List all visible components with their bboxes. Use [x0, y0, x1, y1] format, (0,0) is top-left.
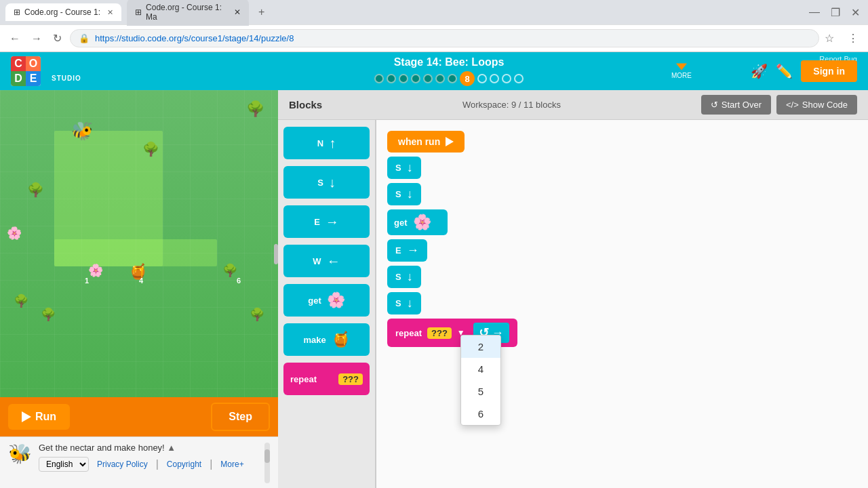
- rocket-icon-button[interactable]: 🚀: [751, 63, 768, 79]
- ws-block-repeat: repeat ??? ▼ ↺ → 2: [387, 316, 517, 347]
- ws-block-s3[interactable]: S ↓: [387, 263, 421, 288]
- resize-handle[interactable]: [274, 244, 278, 264]
- workspace-count: Workspace: 9 / 11 blocks: [462, 100, 561, 110]
- game-info: 🐝 Get the nectar and make honey! ▲ Engli…: [0, 436, 278, 488]
- progress-bar: 8: [374, 71, 524, 86]
- tree-5: 🌳: [14, 293, 28, 308]
- start-over-button[interactable]: ↺ Start Over: [701, 95, 771, 115]
- step-button[interactable]: Step: [211, 403, 270, 431]
- tree-3: 🌳: [27, 182, 44, 198]
- app-container: C O D E STUDIO Report Bug Stage 14: Bee:…: [0, 52, 868, 488]
- refresh-icon: ↺: [711, 100, 718, 110]
- block-south[interactable]: S ↓: [283, 166, 370, 199]
- dropdown-item-2[interactable]: 2: [461, 336, 500, 358]
- progress-dot-1: [374, 74, 384, 83]
- blocks-workspace: N ↑ S ↓ E → W ←: [278, 120, 868, 488]
- dropdown-item-5[interactable]: 5: [461, 380, 500, 403]
- panel-toolbar: Blocks Workspace: 9 / 11 blocks ↺ Start …: [278, 90, 868, 120]
- extension-button[interactable]: ⋮: [845, 29, 861, 47]
- logo-e: E: [26, 71, 41, 86]
- progress-dot-7: [448, 74, 457, 83]
- browser-tab-2[interactable]: ⊞ Code.org - Course 1: Ma ✕: [127, 0, 249, 26]
- privacy-link[interactable]: Privacy Policy: [97, 460, 148, 469]
- new-tab-button[interactable]: +: [254, 6, 269, 18]
- bookmark-button[interactable]: ☆: [825, 32, 834, 45]
- workspace-blocks: when run S ↓: [387, 131, 857, 347]
- blocks-palette: N ↑ S ↓ E → W ←: [278, 120, 376, 488]
- block-west[interactable]: W ←: [283, 245, 370, 277]
- bee-sprite: 🐝: [71, 121, 93, 142]
- tab-icon-1: ⊞: [14, 7, 20, 17]
- block-repeat[interactable]: repeat ???: [283, 363, 370, 395]
- copyright-link[interactable]: Copyright: [167, 460, 201, 469]
- workspace-area[interactable]: when run S ↓: [376, 120, 868, 488]
- message-expand-icon[interactable]: ▲: [167, 443, 176, 453]
- progress-dot-4: [411, 74, 420, 83]
- progress-dot-6: [435, 74, 445, 83]
- progress-dot-11: [502, 74, 511, 83]
- ws-block-s1[interactable]: S ↓: [387, 154, 421, 179]
- minimize-button[interactable]: —: [806, 3, 823, 21]
- progress-dot-5: [423, 74, 433, 83]
- logo-o: O: [26, 56, 41, 71]
- blocks-section-label: Blocks: [289, 99, 322, 110]
- tree-4: 🌳: [222, 263, 237, 278]
- game-message: Get the nectar and make honey! ▲: [39, 443, 258, 453]
- game-footer: Run Step: [0, 397, 278, 436]
- flower-2: 🌸: [88, 263, 103, 278]
- game-canvas: 🐝 🌳 🌳 🌳 🌸 🌸 🍯 🌳 🌳 🌳 🌳 1 4 6: [0, 90, 278, 397]
- block-make[interactable]: make 🍯: [283, 323, 370, 356]
- ws-block-s4[interactable]: S ↓: [387, 289, 421, 314]
- browser-tab-1[interactable]: ⊞ Code.org - Course 1: ✕: [5, 3, 121, 21]
- more-footer-link[interactable]: More+: [220, 460, 243, 469]
- address-bar[interactable]: 🔒 https://studio.code.org/s/course1/stag…: [70, 29, 819, 47]
- browser-toolbar: ← → ↻ 🔒 https://studio.code.org/s/course…: [0, 24, 868, 52]
- header-right: 🚀 ✏️ Sign in: [751, 60, 857, 82]
- tree-2: 🌳: [142, 141, 159, 157]
- flower-1: 🌸: [7, 226, 22, 241]
- close-button[interactable]: ✕: [848, 3, 863, 22]
- dropdown-menu: 2 4 5 6: [460, 335, 501, 426]
- block-north[interactable]: N ↑: [283, 127, 370, 159]
- stage-title: Stage 14: Bee: Loops: [394, 56, 505, 68]
- block-east[interactable]: E →: [283, 205, 370, 238]
- app-header: C O D E STUDIO Report Bug Stage 14: Bee:…: [0, 52, 868, 90]
- block-get[interactable]: get 🌸: [283, 284, 370, 317]
- sign-in-button[interactable]: Sign in: [801, 60, 857, 82]
- num-label-6: 6: [237, 277, 241, 285]
- progress-dot-12: [514, 74, 524, 83]
- ws-block-s2[interactable]: S ↓: [387, 180, 421, 205]
- num-label-4: 4: [139, 277, 143, 285]
- back-button[interactable]: ←: [7, 30, 23, 47]
- content-area: 🐝 🌳 🌳 🌳 🌸 🌸 🍯 🌳 🌳 🌳 🌳 1 4 6: [0, 90, 868, 488]
- tab-close-2[interactable]: ✕: [234, 7, 241, 17]
- dropdown-item-4[interactable]: 4: [461, 358, 500, 380]
- tab-close-1[interactable]: ✕: [107, 8, 113, 17]
- num-label-1: 1: [85, 277, 89, 285]
- play-icon: [22, 411, 31, 422]
- logo-studio: STUDIO: [52, 75, 81, 82]
- ws-block-e1[interactable]: E →: [387, 237, 427, 262]
- dropdown-item-6[interactable]: 6: [461, 403, 500, 425]
- bee-info-icon: 🐝: [8, 443, 32, 465]
- more-button[interactable]: MORE: [671, 64, 692, 79]
- ws-block-get[interactable]: get 🌸: [387, 207, 448, 235]
- language-selector[interactable]: English: [39, 457, 89, 472]
- run-button[interactable]: Run: [8, 404, 70, 430]
- scroll-track[interactable]: [264, 443, 270, 483]
- tree-1: 🌳: [246, 100, 264, 118]
- browser-titlebar: ⊞ Code.org - Course 1: ✕ ⊞ Code.org - Co…: [0, 0, 868, 24]
- progress-dot-9: [477, 74, 487, 83]
- maximize-button[interactable]: ❐: [828, 3, 843, 22]
- scroll-thumb: [264, 449, 270, 463]
- code-logo: C O D E: [11, 56, 41, 86]
- repeat-value-display: ???: [427, 327, 452, 339]
- refresh-button[interactable]: ↻: [50, 29, 64, 47]
- more-label: MORE: [671, 72, 692, 79]
- game-panel: 🐝 🌳 🌳 🌳 🌸 🌸 🍯 🌳 🌳 🌳 🌳 1 4 6: [0, 90, 278, 488]
- show-code-button[interactable]: </> Show Code: [776, 95, 857, 115]
- forward-button[interactable]: →: [28, 30, 45, 47]
- toolbar-left: Blocks: [289, 99, 322, 110]
- edit-icon-button[interactable]: ✏️: [776, 63, 793, 79]
- ws-when-run-block[interactable]: when run: [387, 131, 465, 152]
